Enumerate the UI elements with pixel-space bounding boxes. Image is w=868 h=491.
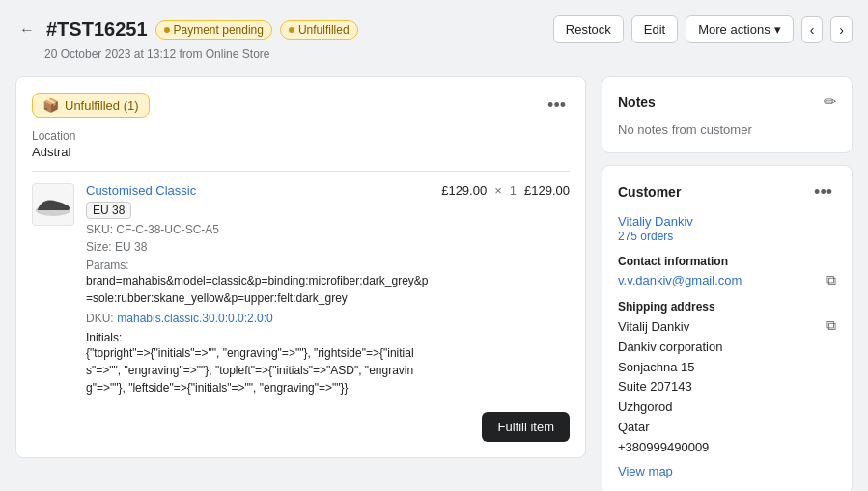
- customer-title: Customer: [618, 184, 681, 200]
- payment-dot-icon: [164, 27, 170, 33]
- copy-address-icon[interactable]: ⧉: [826, 317, 836, 334]
- fulfillment-menu-button[interactable]: •••: [544, 95, 570, 116]
- unfulfilled-badge: 📦 Unfulfilled (1): [32, 93, 150, 118]
- price-qty: 1: [510, 183, 517, 198]
- initials-section: Initials: {"topright"=>{"initials"=>"", …: [86, 331, 430, 396]
- dku-value: mahabis.classic.30.0:0.0:2.0:0: [117, 312, 272, 325]
- address-line-6: Qatar: [618, 418, 722, 438]
- contact-info-title: Contact information: [618, 255, 836, 268]
- product-name-link[interactable]: Customised Classic: [86, 183, 196, 198]
- more-actions-button[interactable]: More actions ▾: [686, 15, 793, 43]
- order-subtitle: 20 October 2023 at 13:12 from Online Sto…: [15, 47, 853, 61]
- notes-title: Notes: [618, 95, 656, 110]
- price-col: £129.00 × 1 £129.00: [441, 183, 570, 198]
- customer-card: Customer ••• Vitaliy Dankiv 275 orders C…: [602, 165, 853, 491]
- edit-notes-icon[interactable]: ✏: [824, 93, 836, 111]
- fulfillment-status-badge: Unfulfilled: [280, 20, 358, 40]
- location-section: Location Adstral: [32, 129, 570, 159]
- initials-label: Initials:: [86, 331, 430, 344]
- location-label: Location: [32, 129, 570, 143]
- address-line-4: Suite 207143: [618, 377, 722, 397]
- copy-email-icon[interactable]: ⧉: [826, 272, 836, 288]
- dku-section: DKU: mahabis.classic.30.0:0.0:2.0:0: [86, 311, 430, 325]
- product-row: Customised Classic EU 38 SKU: CF-C-38-UC…: [32, 183, 570, 396]
- params-label: Params:: [86, 259, 129, 272]
- sku-row: SKU: CF-C-38-UC-SC-A5: [86, 223, 430, 236]
- size-row: Size: EU 38: [86, 240, 430, 254]
- address-line-1: Vitalij Dankiv: [618, 317, 722, 338]
- back-button[interactable]: ←: [15, 19, 39, 41]
- price-times: ×: [494, 183, 502, 198]
- payment-status-badge: Payment pending: [155, 20, 272, 40]
- params-section: Params: brand=mahabis&model=classic&p=bi…: [86, 258, 430, 307]
- address-line-2: Dankiv corporation: [618, 338, 722, 358]
- address-line-3: Sonjachna 15: [618, 358, 722, 378]
- fulfillment-dot-icon: [289, 27, 294, 33]
- next-order-button[interactable]: ›: [830, 16, 853, 43]
- prev-order-button[interactable]: ‹: [801, 16, 824, 43]
- no-notes-text: No notes from customer: [618, 123, 836, 137]
- unit-price: £129.00: [441, 183, 487, 198]
- product-info: Customised Classic EU 38 SKU: CF-C-38-UC…: [86, 183, 430, 396]
- chevron-down-icon: ▾: [774, 22, 781, 37]
- address-line-5: Uzhgorod: [618, 397, 722, 418]
- back-arrow-icon: ←: [19, 21, 35, 38]
- customer-menu-button[interactable]: •••: [810, 181, 836, 203]
- eu-size-badge: EU 38: [86, 202, 131, 219]
- customer-name-link[interactable]: Vitaliy Dankiv: [618, 214, 693, 229]
- order-title: #TST16251: [46, 18, 148, 41]
- price-total: £129.00: [524, 183, 570, 198]
- dku-label: DKU:: [86, 312, 114, 325]
- fulfillment-card: 📦 Unfulfilled (1) ••• Location Adstral: [15, 76, 586, 458]
- address-phone: +380999490009: [618, 438, 722, 458]
- restock-button[interactable]: Restock: [553, 15, 624, 43]
- fulfill-item-button[interactable]: Fulfill item: [482, 412, 570, 442]
- location-value: Adstral: [32, 145, 570, 159]
- box-icon: 📦: [42, 97, 59, 113]
- customer-email-link[interactable]: v.v.dankiv@gmail.com: [618, 273, 742, 287]
- edit-button[interactable]: Edit: [631, 15, 678, 43]
- notes-card: Notes ✏ No notes from customer: [602, 76, 853, 153]
- view-map-link[interactable]: View map: [618, 464, 673, 478]
- params-value: brand=mahabis&model=classic&p=binding:mi…: [86, 272, 430, 307]
- customer-orders-link[interactable]: 275 orders: [618, 230, 673, 243]
- product-image: [32, 183, 74, 226]
- shipping-address-title: Shipping address: [618, 300, 836, 314]
- initials-value: {"topright"=>{"initials"=>"", "engraving…: [86, 344, 430, 396]
